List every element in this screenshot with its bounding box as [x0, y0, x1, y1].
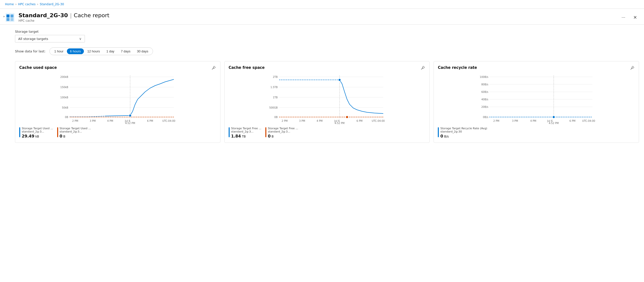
svg-text:500GB: 500GB — [269, 106, 278, 109]
time-options: 1 hour 6 hours 12 hours 1 day 7 days 30 … — [50, 48, 153, 55]
time-filter-label: Show data for last: — [15, 50, 46, 53]
filter-section: Storage target All storage targets ∨ — [15, 30, 639, 42]
svg-text:40B/s: 40B/s — [481, 98, 488, 101]
chart-cache-recycle-rate: Cache recycle rate 100B/s 80B/s 60B/s — [434, 61, 639, 143]
chart-header-1: Cache used space — [19, 66, 216, 71]
chart-title-1: Cache used space — [19, 66, 57, 70]
time-btn-1day[interactable]: 1 day — [103, 48, 117, 54]
svg-text:4 PM: 4 PM — [530, 120, 536, 122]
title-area: Standard_2G-30 | Cache report HPC cache — [18, 12, 616, 22]
svg-text:1.5TB: 1.5TB — [270, 86, 278, 88]
svg-point-60 — [553, 116, 555, 118]
svg-text:150kB: 150kB — [60, 86, 68, 88]
page-title: Standard_2G-30 — [18, 12, 68, 18]
time-btn-1hour[interactable]: 1 hour — [51, 48, 66, 54]
time-btn-12hours[interactable]: 12 hours — [84, 48, 103, 54]
chart-area-1: 200kB 150kB 100kB 50kB 0B — [19, 74, 216, 124]
chart-cache-free-space: Cache free space 2TB 1.5TB 1TB 5 — [224, 61, 430, 143]
chart-legend-2: Storage Target Free ...standard_2g-3... … — [229, 127, 426, 138]
breadcrumb-sep1: › — [15, 2, 16, 6]
breadcrumb-home[interactable]: Home — [5, 2, 14, 6]
chevron-down-icon: ∨ — [79, 37, 82, 41]
svg-text:1TB: 1TB — [273, 96, 278, 99]
pin-button-3[interactable] — [630, 66, 635, 71]
legend-color-orange-2 — [265, 127, 266, 137]
svg-point-17 — [129, 114, 131, 117]
time-btn-7days[interactable]: 7 days — [118, 48, 133, 54]
svg-text:UTC-04:00: UTC-04:00 — [582, 120, 595, 122]
storage-dropdown-value: All storage targets — [18, 37, 48, 41]
svg-point-37 — [338, 78, 341, 81]
svg-text:3 PM: 3 PM — [90, 120, 96, 122]
storage-target-label: Storage target — [15, 30, 639, 34]
sidebar-toggle[interactable]: » — [0, 12, 8, 20]
header-actions: ··· ✕ — [620, 14, 639, 21]
more-button[interactable]: ··· — [620, 14, 627, 21]
svg-line-5 — [212, 69, 213, 70]
svg-text:80B/s: 80B/s — [481, 83, 488, 86]
svg-text:0B: 0B — [65, 116, 68, 118]
pin-button-2[interactable] — [420, 66, 425, 71]
legend-item-1b: Storage Target Used ...standard_2g-3... … — [57, 127, 91, 138]
legend-value-1a: 29.49 kB — [22, 134, 53, 138]
chart-cache-used-space: Cache used space 200kB 150kB 100kB — [15, 61, 220, 143]
legend-item-2b: Storage Target Free ...standard_2g-3... … — [265, 127, 298, 138]
legend-label-1a: Storage Target Used ...standard_2g-3... — [22, 127, 53, 133]
svg-text:60B/s: 60B/s — [481, 90, 488, 93]
chart-title-3: Cache recycle rate — [438, 66, 477, 70]
svg-text:6 PM: 6 PM — [147, 120, 153, 122]
svg-rect-4 — [10, 18, 14, 21]
legend-label-3a: Storage Target Recycle Rate (Avg)standar… — [440, 127, 487, 133]
svg-text:2TB: 2TB — [273, 76, 278, 78]
svg-text:2 PM: 2 PM — [494, 120, 500, 122]
svg-text:2 PM: 2 PM — [282, 120, 288, 122]
svg-text:6 PM: 6 PM — [570, 120, 576, 122]
breadcrumb-sep2: › — [37, 2, 38, 6]
svg-text:3 PM: 3 PM — [299, 120, 305, 122]
svg-point-38 — [346, 116, 348, 118]
close-button[interactable]: ✕ — [631, 14, 639, 21]
svg-text:2 PM: 2 PM — [72, 120, 78, 122]
page-subtitle-title: Cache report — [74, 12, 110, 18]
svg-text:UTC-04:00: UTC-04:00 — [162, 120, 175, 122]
legend-item-3a: Storage Target Recycle Rate (Avg)standar… — [438, 127, 487, 138]
svg-text:4:52 PM: 4:52 PM — [125, 122, 135, 124]
legend-label-1b: Storage Target Used ...standard_2g-3... — [60, 127, 91, 133]
legend-color-blue-3 — [438, 127, 439, 137]
svg-text:4 PM: 4 PM — [107, 120, 113, 122]
svg-text:20B/s: 20B/s — [481, 106, 488, 108]
legend-value-2b: 0 B — [268, 134, 298, 138]
title-separator: | — [70, 12, 72, 18]
legend-item-2a: Storage Target Free ...standard_2g-3... … — [229, 127, 261, 138]
legend-color-orange-1 — [57, 127, 58, 137]
time-btn-6hours[interactable]: 6 hours — [67, 48, 84, 54]
svg-line-25 — [421, 69, 422, 70]
svg-text:6 PM: 6 PM — [356, 120, 362, 122]
legend-color-blue-1 — [19, 127, 20, 137]
pin-button-1[interactable] — [211, 66, 216, 71]
time-btn-30days[interactable]: 30 days — [134, 48, 151, 54]
chart-area-3: 100B/s 80B/s 60B/s 40B/s 20B/s 0B/s — [438, 74, 635, 124]
svg-text:3 PM: 3 PM — [512, 120, 518, 122]
chart-legend-1: Storage Target Used ...standard_2g-3... … — [19, 127, 216, 138]
page-header: » Standard_2G-30 | Cache report HPC cach… — [0, 9, 644, 25]
svg-text:4 PM: 4 PM — [316, 120, 322, 122]
legend-item-1a: Storage Target Used ...standard_2g-3... … — [19, 127, 53, 138]
svg-text:UTC-04:00: UTC-04:00 — [372, 120, 385, 122]
chart-area-2: 2TB 1.5TB 1TB 500GB 0B — [229, 74, 426, 124]
svg-text:100kB: 100kB — [60, 96, 68, 99]
time-filter-section: Show data for last: 1 hour 6 hours 12 ho… — [15, 48, 639, 55]
breadcrumb: Home › HPC caches › Standard_2G-30 — [5, 2, 64, 8]
main-content: Storage target All storage targets ∨ Sho… — [0, 25, 644, 148]
legend-label-2b: Storage Target Free ...standard_2g-3... — [268, 127, 298, 133]
legend-color-blue-2 — [229, 127, 230, 137]
svg-text:4:52 PM: 4:52 PM — [549, 122, 559, 124]
legend-value-1b: 0 B — [60, 134, 91, 138]
charts-grid: Cache used space 200kB 150kB 100kB — [15, 61, 639, 143]
svg-text:200kB: 200kB — [60, 76, 68, 78]
breadcrumb-hpc[interactable]: HPC caches — [18, 2, 36, 6]
storage-dropdown[interactable]: All storage targets ∨ — [15, 35, 85, 42]
legend-value-3a: 0 B/s — [440, 134, 487, 138]
breadcrumb-current[interactable]: Standard_2G-30 — [40, 2, 64, 6]
chart-title-2: Cache free space — [229, 66, 264, 70]
